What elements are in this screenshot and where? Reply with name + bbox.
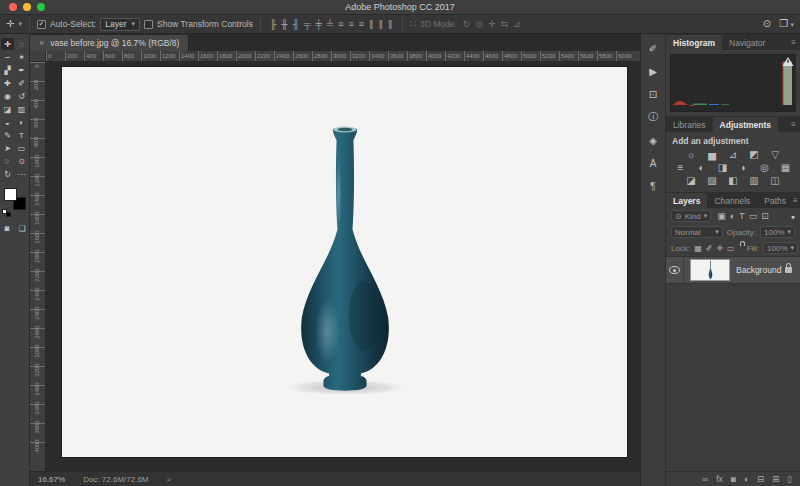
gradient-tool[interactable]: ▥ (15, 103, 28, 115)
align-horizontal-centers-button[interactable]: ╫ (281, 19, 287, 29)
opacity-dropdown[interactable]: 100% ▾ (760, 226, 795, 238)
color-lookup-adjustment-icon[interactable]: ▦ (780, 162, 792, 173)
black-white-adjustment-icon[interactable]: ◨ (717, 162, 729, 173)
photo-filter-adjustment-icon[interactable]: ◗ (738, 162, 750, 173)
posterize-adjustment-icon[interactable]: ▨ (706, 175, 718, 186)
threshold-adjustment-icon[interactable]: ◧ (727, 175, 739, 186)
background-lock-icon[interactable] (785, 267, 792, 273)
clone-stamp-tool[interactable]: ◉ (1, 90, 14, 102)
zoom-tool[interactable]: ⊙ (15, 155, 28, 167)
tab-navigator[interactable]: Navigator (722, 35, 772, 50)
actions-panel-icon[interactable]: ▶ (644, 63, 663, 79)
foreground-color-swatch[interactable] (4, 188, 17, 201)
lock-transparency-icon[interactable]: ▦ (694, 244, 702, 253)
tab-channels[interactable]: Channels (707, 193, 757, 208)
history-brush-tool[interactable]: ↺ (15, 90, 28, 102)
tab-layers[interactable]: Layers (666, 193, 707, 208)
canvas[interactable] (46, 62, 640, 471)
lock-artboard-icon[interactable]: ▭ (727, 244, 735, 253)
filter-adjustment-layers-icon[interactable]: ◐ (730, 211, 735, 221)
quick-selection-tool[interactable]: ✶ (15, 51, 28, 63)
distribute-left-edges-button[interactable]: ∥ (369, 19, 374, 29)
auto-select-checkbox[interactable]: ✓ (37, 20, 46, 29)
photo-image[interactable] (62, 67, 627, 457)
align-vertical-centers-button[interactable]: ╪ (315, 19, 321, 29)
edit-toolbar-button[interactable]: ⋯ (15, 168, 28, 180)
tab-adjustments[interactable]: Adjustments (713, 117, 778, 132)
tool-presets-panel-icon[interactable]: ◈ (644, 132, 663, 148)
ruler-origin-corner[interactable] (30, 51, 46, 61)
workspace-switcher[interactable]: ❐ ▾ (779, 19, 794, 29)
tab-libraries[interactable]: Libraries (666, 117, 713, 132)
show-transform-checkbox[interactable]: ✓ (144, 20, 153, 29)
curves-adjustment-icon[interactable]: ⊿ (727, 149, 739, 160)
screen-mode-button[interactable]: ❏ (16, 222, 29, 234)
move-tool[interactable]: ✛ (1, 38, 14, 50)
close-tab-icon[interactable]: × (39, 38, 44, 48)
path-selection-tool[interactable]: ➤ (1, 142, 14, 154)
filter-type-layers-icon[interactable]: T (739, 211, 745, 221)
layer-filter-dropdown[interactable]: ⊙ Kind ▾ (671, 210, 711, 222)
levels-adjustment-icon[interactable]: ▅ (706, 149, 718, 160)
blend-mode-dropdown[interactable]: Normal ▾ (671, 226, 723, 238)
new-group-icon[interactable]: ⊟ (757, 474, 764, 484)
hue-saturation-adjustment-icon[interactable]: ≡ (675, 162, 687, 173)
default-colors-icon[interactable] (2, 209, 10, 216)
lock-position-icon[interactable]: ✛ (716, 244, 723, 253)
lasso-tool[interactable]: ∽ (1, 51, 14, 63)
brightness-contrast-adjustment-icon[interactable]: ☼ (685, 149, 697, 160)
delete-layer-icon[interactable]: ▯ (787, 474, 792, 484)
gradient-map-adjustment-icon[interactable]: ▥ (748, 175, 760, 186)
horizontal-ruler[interactable]: 0200400600800100012001400160018002000220… (46, 51, 640, 61)
align-bottom-edges-button[interactable]: ╧ (327, 19, 333, 29)
filter-smart-objects-icon[interactable]: ⊡ (761, 211, 769, 221)
new-adjustment-layer-icon[interactable]: ◐ (744, 474, 749, 484)
invert-adjustment-icon[interactable]: ◪ (685, 175, 697, 186)
auto-select-dropdown[interactable]: Layer▾ (100, 18, 140, 31)
lock-paint-icon[interactable]: ✐ (706, 244, 713, 253)
rotate-view-tool[interactable]: ↻ (1, 168, 14, 180)
align-left-edges-button[interactable]: ╟ (270, 19, 276, 29)
exposure-adjustment-icon[interactable]: ◩ (748, 149, 760, 160)
filter-shape-layers-icon[interactable]: ▭ (749, 211, 758, 221)
spot-healing-brush-tool[interactable]: ✚ (1, 77, 14, 89)
filter-toggle-icon[interactable]: ● (791, 213, 795, 220)
distribute-vertical-centers-button[interactable]: ≡ (349, 19, 354, 29)
crop-tool[interactable]: ▞ (1, 64, 14, 76)
align-right-edges-button[interactable]: ╢ (293, 19, 299, 29)
3d-scale-icon[interactable]: ⊿ (513, 19, 521, 29)
brush-settings-panel-icon[interactable]: ✐ (644, 40, 663, 56)
link-layers-icon[interactable]: ∞ (702, 474, 708, 484)
3d-drag-icon[interactable]: ✛ (488, 19, 496, 29)
clone-source-panel-icon[interactable]: ⊡ (644, 86, 663, 102)
search-icon[interactable]: ⊙ (763, 19, 771, 29)
tool-preset-caret-icon[interactable]: ▾ (18, 20, 22, 28)
auto-align-icon[interactable]: ∷ (410, 19, 416, 29)
pen-tool[interactable]: ✎ (1, 129, 14, 141)
3d-slide-icon[interactable]: ⇆ (501, 19, 509, 29)
marquee-tool[interactable]: ◌ (15, 38, 28, 50)
quick-mask-button[interactable]: ◙ (1, 222, 14, 234)
align-top-edges-button[interactable]: ╤ (304, 19, 310, 29)
panel-menu-icon[interactable]: ≡ (791, 38, 796, 47)
eraser-tool[interactable]: ◪ (1, 103, 14, 115)
hand-tool[interactable]: ☞ (1, 155, 14, 167)
blur-tool[interactable]: ◒ (1, 116, 14, 128)
paragraph-panel-icon[interactable]: ¶ (644, 178, 663, 194)
vertical-ruler[interactable]: 0200400600800100012001400160018002000220… (30, 62, 46, 471)
eyedropper-tool[interactable]: ✒ (15, 64, 28, 76)
zoom-level-field[interactable]: 16.67% (38, 475, 65, 484)
status-chevron-icon[interactable]: > (167, 475, 172, 484)
rectangle-tool[interactable]: ▭ (15, 142, 28, 154)
selective-color-adjustment-icon[interactable]: ◫ (769, 175, 781, 186)
3d-rotate-icon[interactable]: ↻ (463, 19, 471, 29)
vibrance-adjustment-icon[interactable]: ▽ (769, 149, 781, 160)
distribute-right-edges-button[interactable]: ∥ (388, 19, 393, 29)
add-layer-mask-icon[interactable]: ◙ (731, 474, 736, 484)
3d-roll-icon[interactable]: ◎ (475, 19, 483, 29)
channel-mixer-adjustment-icon[interactable]: ◎ (759, 162, 771, 173)
brush-tool[interactable]: ✐ (15, 77, 28, 89)
info-panel-icon[interactable]: ⓘ (644, 109, 663, 125)
type-tool[interactable]: T (15, 129, 28, 141)
tab-histogram[interactable]: Histogram (666, 35, 722, 50)
